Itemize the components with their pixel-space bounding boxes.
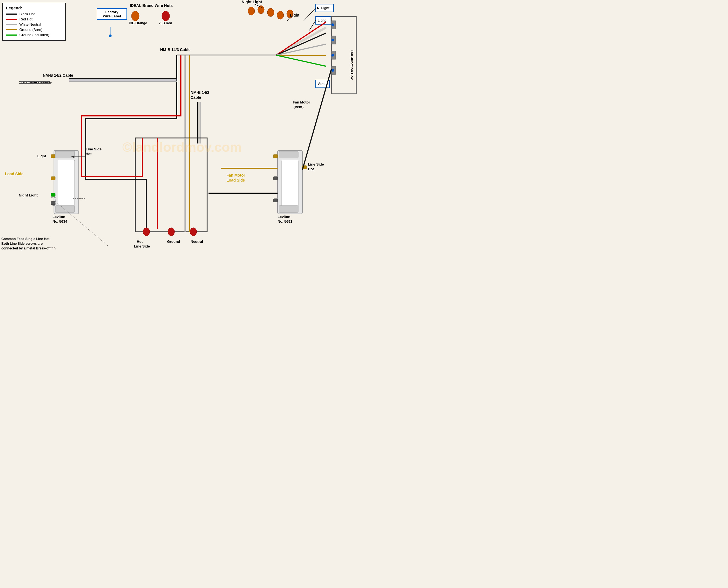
svg-text:No. 5691: No. 5691 bbox=[278, 219, 292, 224]
leviton-5634-label: Leviton bbox=[53, 215, 65, 219]
svg-rect-47 bbox=[274, 154, 278, 158]
svg-text:Hot: Hot bbox=[86, 152, 92, 156]
fan-motor-vent-label: Fan Motor bbox=[293, 100, 310, 104]
svg-point-5 bbox=[331, 39, 334, 41]
ideal-wire-nuts-label: IDEAL Brand Wire Nuts bbox=[130, 3, 173, 8]
svg-rect-37 bbox=[55, 206, 75, 212]
night-light-top-label: Night Light bbox=[242, 0, 262, 4]
svg-point-28 bbox=[168, 228, 175, 236]
svg-point-27 bbox=[143, 228, 150, 236]
common-feed-label: Common Feed Single Line Hot. bbox=[1, 237, 50, 241]
svg-point-4 bbox=[331, 23, 334, 26]
svg-rect-53 bbox=[279, 206, 298, 212]
svg-text:Hot: Hot bbox=[308, 167, 314, 171]
fan-junction-box-label: Fan Junction Box bbox=[350, 50, 354, 80]
svg-text:connected by a metal Break-off: connected by a metal Break-off fin. bbox=[1, 246, 56, 250]
light2-label: Light bbox=[318, 19, 326, 22]
svg-rect-35 bbox=[58, 160, 75, 207]
svg-text:Line Side: Line Side bbox=[134, 244, 150, 248]
nmb-142-mid-label: NM-B 14/2 bbox=[190, 90, 209, 94]
svg-point-12 bbox=[162, 11, 169, 21]
svg-point-29 bbox=[190, 228, 197, 236]
svg-rect-49 bbox=[274, 199, 278, 202]
vent-label: Vent bbox=[318, 82, 324, 86]
svg-point-13 bbox=[248, 7, 255, 15]
light-top-label: Light bbox=[290, 13, 300, 17]
svg-point-15 bbox=[267, 8, 274, 17]
n-light-label: N. Light bbox=[317, 6, 329, 10]
svg-rect-51 bbox=[282, 160, 298, 207]
svg-text:No. 5634: No. 5634 bbox=[53, 219, 67, 224]
svg-rect-48 bbox=[274, 176, 278, 180]
svg-rect-52 bbox=[279, 151, 298, 158]
nmb-142-top-label: NM-B 14/2 Cable bbox=[43, 73, 73, 78]
svg-rect-32 bbox=[51, 176, 55, 180]
svg-point-6 bbox=[331, 54, 334, 57]
svg-rect-31 bbox=[51, 154, 55, 158]
svg-rect-36 bbox=[55, 151, 75, 158]
73b-orange-label: 73B Orange bbox=[128, 21, 147, 25]
svg-text:Load Side: Load Side bbox=[226, 178, 245, 182]
neutral-label: Neutral bbox=[190, 239, 203, 244]
ground-label: Ground bbox=[167, 239, 180, 244]
svg-rect-34 bbox=[51, 202, 55, 205]
line-side-hot-right-label: Line Side bbox=[308, 162, 324, 166]
line-side-hot-left-label: Line Side bbox=[86, 147, 102, 151]
leviton-5691-label: Leviton bbox=[278, 215, 290, 219]
wiring-diagram-svg: NM-B 14/3 Cable NM-B 14/2 Cable NM-B 14/… bbox=[0, 0, 364, 294]
svg-point-11 bbox=[132, 11, 139, 21]
svg-point-16 bbox=[277, 11, 284, 19]
nmb-143-label: NM-B 14/3 Cable bbox=[160, 47, 190, 52]
light-left-label: Light bbox=[37, 154, 46, 158]
load-side-left-label: Load Side bbox=[5, 172, 23, 176]
svg-line-43 bbox=[55, 202, 108, 246]
svg-text:(Vent): (Vent) bbox=[294, 105, 304, 109]
hot-line-side-label: Hot bbox=[137, 239, 143, 244]
76b-red-label: 76B Red bbox=[159, 21, 172, 25]
svg-point-14 bbox=[258, 5, 264, 14]
svg-text:Both Line Side screws are: Both Line Side screws are bbox=[1, 242, 43, 246]
svg-text:Cable: Cable bbox=[190, 95, 201, 100]
fan-motor-load-side-label: Fan Motor bbox=[226, 173, 245, 177]
svg-rect-33 bbox=[51, 193, 55, 196]
night-light-left-label: Night Light bbox=[19, 193, 38, 197]
svg-line-21 bbox=[304, 8, 316, 21]
